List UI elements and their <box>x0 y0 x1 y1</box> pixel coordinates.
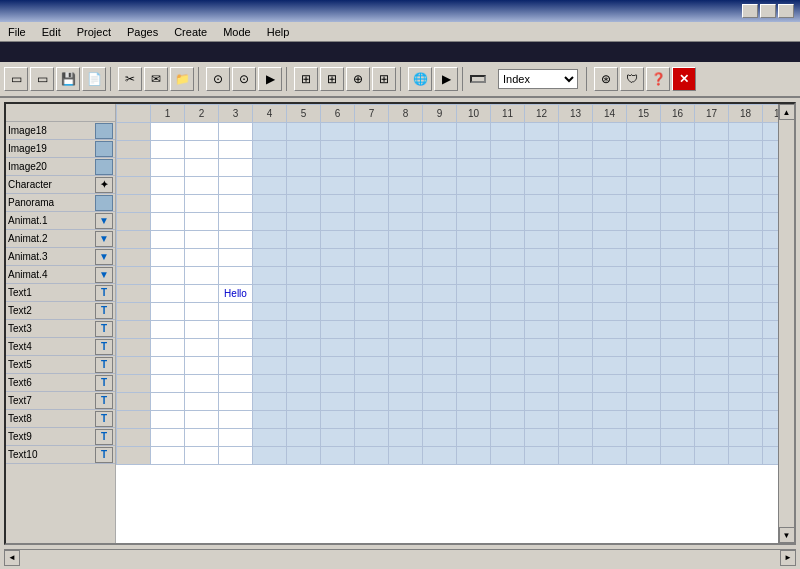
cell-18-15[interactable] <box>661 447 695 465</box>
close-button[interactable] <box>778 4 794 18</box>
cell-10-13[interactable] <box>593 303 627 321</box>
cell-1-4[interactable] <box>287 141 321 159</box>
cell-10-16[interactable] <box>695 303 729 321</box>
cell-10-11[interactable] <box>525 303 559 321</box>
row-label-icon-16[interactable]: T <box>95 411 113 427</box>
cell-17-10[interactable] <box>491 429 525 447</box>
cell-15-9[interactable] <box>457 393 491 411</box>
cell-0-1[interactable] <box>185 123 219 141</box>
cell-6-11[interactable] <box>525 231 559 249</box>
cell-11-10[interactable] <box>491 321 525 339</box>
cell-0-16[interactable] <box>695 123 729 141</box>
cell-4-13[interactable] <box>593 195 627 213</box>
cell-17-16[interactable] <box>695 429 729 447</box>
scrollbar-h[interactable]: ◄ ► <box>4 549 796 565</box>
cell-15-18[interactable] <box>763 393 779 411</box>
cell-12-11[interactable] <box>525 339 559 357</box>
scroll-down-btn[interactable]: ▼ <box>779 527 795 543</box>
cell-15-5[interactable] <box>321 393 355 411</box>
cell-4-2[interactable] <box>219 195 253 213</box>
cell-17-2[interactable] <box>219 429 253 447</box>
cell-4-15[interactable] <box>661 195 695 213</box>
cell-5-17[interactable] <box>729 213 763 231</box>
cell-13-4[interactable] <box>287 357 321 375</box>
cell-14-2[interactable] <box>219 375 253 393</box>
cell-17-6[interactable] <box>355 429 389 447</box>
cell-18-11[interactable] <box>525 447 559 465</box>
cell-18-1[interactable] <box>185 447 219 465</box>
cell-7-9[interactable] <box>457 249 491 267</box>
cell-14-16[interactable] <box>695 375 729 393</box>
cell-1-7[interactable] <box>389 141 423 159</box>
cell-9-0[interactable] <box>151 285 185 303</box>
menu-item-mode[interactable]: Mode <box>219 25 255 39</box>
cell-16-7[interactable] <box>389 411 423 429</box>
row-label-icon-12[interactable]: T <box>95 339 113 355</box>
cell-11-14[interactable] <box>627 321 661 339</box>
cell-4-3[interactable] <box>253 195 287 213</box>
cell-12-13[interactable] <box>593 339 627 357</box>
cell-8-8[interactable] <box>423 267 457 285</box>
cell-3-12[interactable] <box>559 177 593 195</box>
cell-14-6[interactable] <box>355 375 389 393</box>
cell-0-14[interactable] <box>627 123 661 141</box>
cell-11-1[interactable] <box>185 321 219 339</box>
cell-16-13[interactable] <box>593 411 627 429</box>
cell-5-12[interactable] <box>559 213 593 231</box>
cell-8-12[interactable] <box>559 267 593 285</box>
cell-13-0[interactable] <box>151 357 185 375</box>
cell-17-14[interactable] <box>627 429 661 447</box>
cell-15-15[interactable] <box>661 393 695 411</box>
cell-2-15[interactable] <box>661 159 695 177</box>
cell-14-17[interactable] <box>729 375 763 393</box>
cell-15-10[interactable] <box>491 393 525 411</box>
menu-item-pages[interactable]: Pages <box>123 25 162 39</box>
cell-6-16[interactable] <box>695 231 729 249</box>
toolbar-btn-8[interactable]: ⊞ <box>320 67 344 91</box>
scrollbar-v[interactable]: ▲ ▼ <box>778 104 794 543</box>
cell-2-11[interactable] <box>525 159 559 177</box>
cell-1-2[interactable] <box>219 141 253 159</box>
cell-8-0[interactable] <box>151 267 185 285</box>
cell-15-6[interactable] <box>355 393 389 411</box>
cell-10-7[interactable] <box>389 303 423 321</box>
cell-8-16[interactable] <box>695 267 729 285</box>
cell-11-12[interactable] <box>559 321 593 339</box>
cell-0-13[interactable] <box>593 123 627 141</box>
cell-12-8[interactable] <box>423 339 457 357</box>
cell-5-15[interactable] <box>661 213 695 231</box>
cell-13-6[interactable] <box>355 357 389 375</box>
cell-6-0[interactable] <box>151 231 185 249</box>
cell-3-9[interactable] <box>457 177 491 195</box>
cell-4-6[interactable] <box>355 195 389 213</box>
cell-12-15[interactable] <box>661 339 695 357</box>
row-label-icon-8[interactable]: ▼ <box>95 267 113 283</box>
cell-5-3[interactable] <box>253 213 287 231</box>
cell-7-16[interactable] <box>695 249 729 267</box>
cell-0-2[interactable] <box>219 123 253 141</box>
cell-13-14[interactable] <box>627 357 661 375</box>
cell-13-5[interactable] <box>321 357 355 375</box>
row-label-icon-9[interactable]: T <box>95 285 113 301</box>
cell-16-17[interactable] <box>729 411 763 429</box>
cell-4-16[interactable] <box>695 195 729 213</box>
cell-14-3[interactable] <box>253 375 287 393</box>
cell-14-12[interactable] <box>559 375 593 393</box>
cell-6-6[interactable] <box>355 231 389 249</box>
cell-2-13[interactable] <box>593 159 627 177</box>
cell-7-15[interactable] <box>661 249 695 267</box>
row-label-icon-14[interactable]: T <box>95 375 113 391</box>
menu-item-create[interactable]: Create <box>170 25 211 39</box>
toolbar-btn-9[interactable]: ⊕ <box>346 67 370 91</box>
cell-9-17[interactable] <box>729 285 763 303</box>
cell-0-5[interactable] <box>321 123 355 141</box>
cell-2-0[interactable] <box>151 159 185 177</box>
cell-2-6[interactable] <box>355 159 389 177</box>
cell-14-13[interactable] <box>593 375 627 393</box>
cell-2-14[interactable] <box>627 159 661 177</box>
toolbar-play[interactable]: ▶ <box>434 67 458 91</box>
cell-18-3[interactable] <box>253 447 287 465</box>
cell-18-17[interactable] <box>729 447 763 465</box>
cell-3-14[interactable] <box>627 177 661 195</box>
toolbar-btn-5[interactable]: ⊙ <box>206 67 230 91</box>
